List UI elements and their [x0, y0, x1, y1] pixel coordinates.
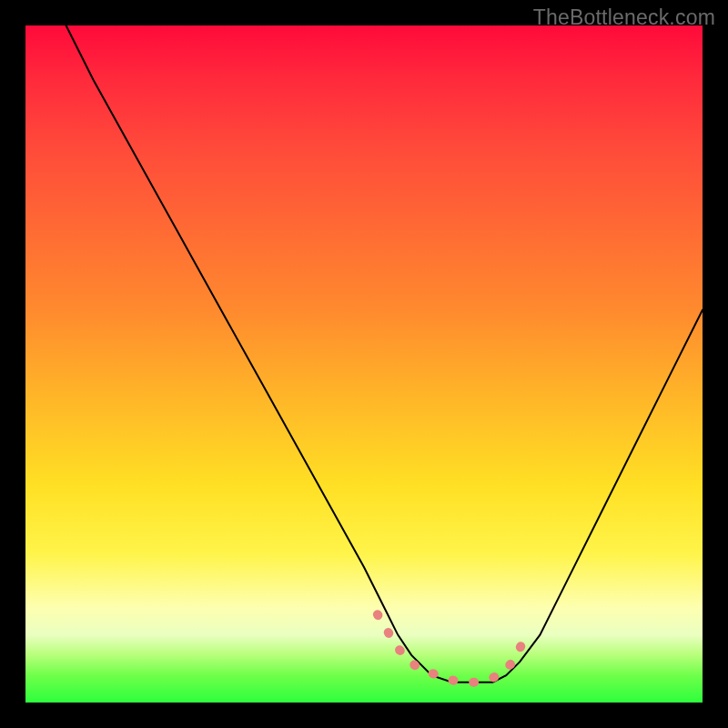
- plot-area: [25, 25, 703, 703]
- chart-frame: TheBottleneck.com: [0, 0, 728, 728]
- valley-highlight: [378, 614, 527, 682]
- watermark-text: TheBottleneck.com: [533, 5, 715, 30]
- curve-layer: [66, 25, 703, 682]
- chart-svg: [25, 25, 703, 703]
- bottleneck-curve: [66, 25, 703, 682]
